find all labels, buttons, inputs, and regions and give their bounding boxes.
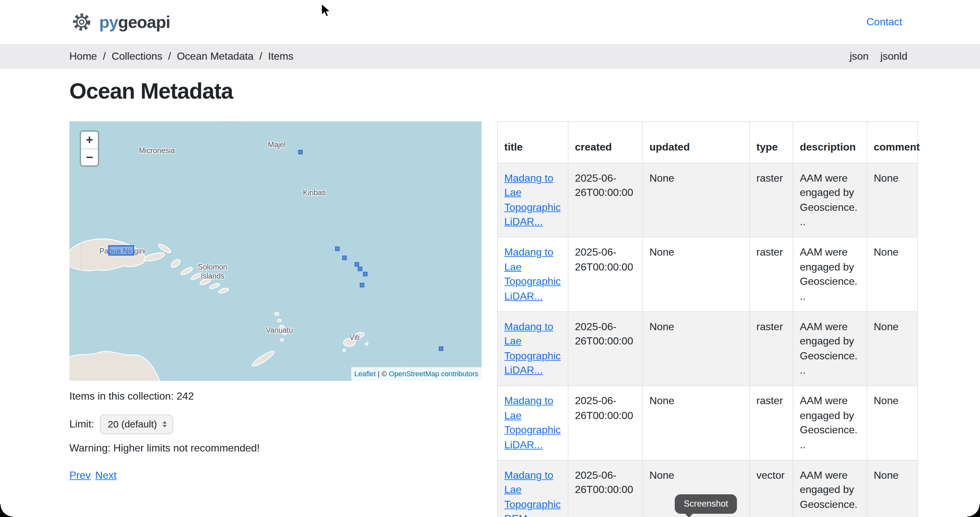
cell-created: 2025-06-26T00:00:00: [568, 238, 643, 312]
cell-comment: None: [867, 386, 918, 460]
map-highlight-box[interactable]: [108, 245, 134, 255]
cell-type: raster: [749, 312, 793, 386]
map-zoom-control: + −: [80, 130, 99, 167]
cell-comment: None: [867, 312, 918, 386]
item-title-link[interactable]: Madang to Lae Topographic LiDAR...: [504, 247, 561, 301]
map-feature-marker[interactable]: [298, 150, 302, 155]
item-title-link[interactable]: Madang to Lae Topographic LiDAR...: [504, 321, 561, 376]
map-feature-marker[interactable]: [439, 347, 443, 351]
table-row: Madang to Lae Topographic LiDAR...2025-0…: [498, 163, 918, 238]
contact-link[interactable]: Contact: [867, 14, 902, 30]
format-links: jsonjsonld: [850, 49, 907, 64]
cell-updated: None: [643, 386, 749, 460]
item-title-link[interactable]: Madang to Lae Topographic LiDAR...: [504, 396, 561, 450]
attribution-copyright: ©: [382, 370, 387, 378]
breadcrumb-separator: /: [259, 49, 262, 64]
cell-type: raster: [749, 386, 793, 460]
map-feature-marker[interactable]: [354, 262, 359, 267]
cell-description: AAM were engaged by Geoscience...: [793, 238, 867, 312]
attribution-separator: |: [377, 370, 380, 378]
table-body: Madang to Lae Topographic LiDAR...2025-0…: [498, 163, 918, 517]
breadcrumb-item-items[interactable]: Items: [268, 49, 293, 64]
next-link[interactable]: Next: [95, 468, 117, 483]
map-feature-marker[interactable]: [342, 256, 347, 260]
cell-created: 2025-06-26T00:00:00: [568, 460, 643, 517]
cell-updated: None: [643, 238, 749, 312]
item-title-link[interactable]: Madang to Lae Topographic LiDAR...: [504, 172, 561, 227]
cell-description: AAM were engaged by Geoscience...: [793, 460, 867, 517]
left-column: MicronesiaMajelKiribatiPapua NiuginiSolo…: [69, 121, 482, 483]
breadcrumb-item-home[interactable]: Home: [69, 49, 97, 64]
browser-page: pygeoapi Contact Home/Collections/Ocean …: [0, 0, 980, 517]
leaflet-link[interactable]: Leaflet: [354, 370, 375, 378]
map-attribution: Leaflet | © OpenStreetMap contributors: [351, 367, 482, 381]
column-header-updated: updated: [643, 121, 749, 163]
leaflet-map[interactable]: MicronesiaMajelKiribatiPapua NiuginiSolo…: [69, 121, 482, 381]
limit-select[interactable]: 20 (default): [100, 415, 173, 434]
cell-created: 2025-06-26T00:00:00: [568, 312, 643, 386]
pygeoapi-logo[interactable]: pygeoapi: [69, 10, 170, 35]
cell-created: 2025-06-26T00:00:00: [568, 163, 643, 238]
breadcrumb-bar: Home/Collections/Ocean Metadata/Items js…: [0, 44, 980, 69]
limit-row: Limit: 20 (default): [69, 415, 482, 434]
items-count-text: Items in this collection: 242: [69, 389, 482, 404]
table-header-row: titlecreatedupdatedtypedescriptioncommen…: [498, 121, 918, 163]
table-row: Madang to Lae Topographic LiDAR...2025-0…: [498, 238, 918, 312]
column-header-description: description: [793, 121, 867, 163]
cell-title: Madang to Lae Topographic LiDAR...: [498, 238, 568, 312]
table-row: Madang to Lae Topographic LiDAR...2025-0…: [498, 386, 918, 460]
breadcrumb-item-ocean-metadata[interactable]: Ocean Metadata: [177, 49, 254, 64]
cell-updated: None: [643, 312, 749, 386]
cell-title: Madang to Lae Topographic LiDAR...: [498, 386, 568, 460]
zoom-in-button[interactable]: +: [81, 132, 98, 148]
page-title: Ocean Metadata: [69, 78, 918, 104]
map-feature-marker[interactable]: [358, 267, 362, 271]
limit-label: Limit:: [69, 416, 94, 432]
cell-comment: None: [867, 238, 918, 312]
logo-text: pygeoapi: [99, 10, 170, 35]
cell-type: raster: [749, 163, 793, 238]
logo-text-py: py: [99, 12, 118, 32]
map-feature-marker[interactable]: [360, 283, 364, 288]
item-title-link[interactable]: Madang to Lae Topographic DEM...: [504, 470, 561, 517]
gear-icon: [69, 10, 94, 34]
pagination: Prev Next: [69, 468, 482, 483]
breadcrumb: Home/Collections/Ocean Metadata/Items: [69, 49, 293, 64]
column-header-title: title: [498, 121, 568, 163]
breadcrumb-separator: /: [103, 49, 106, 64]
cell-title: Madang to Lae Topographic LiDAR...: [498, 312, 568, 386]
items-table: titlecreatedupdatedtypedescriptioncommen…: [497, 121, 918, 517]
cell-comment: None: [867, 460, 918, 517]
breadcrumb-separator: /: [168, 49, 171, 64]
zoom-out-button[interactable]: −: [81, 148, 98, 165]
screenshot-tooltip-label: Screenshot: [684, 499, 728, 509]
cell-updated: None: [643, 163, 749, 238]
map-feature-marker[interactable]: [335, 247, 339, 251]
cell-comment: None: [867, 163, 918, 238]
right-column: titlecreatedupdatedtypedescriptioncommen…: [497, 121, 918, 517]
limit-warning-text: Warning: Higher limits not recommended!: [69, 441, 482, 456]
prev-link[interactable]: Prev: [69, 468, 91, 483]
cell-type: raster: [749, 238, 793, 312]
logo-text-geoapi: geoapi: [118, 12, 170, 32]
cell-description: AAM were engaged by Geoscience...: [793, 312, 867, 386]
table-row: Madang to Lae Topographic LiDAR...2025-0…: [498, 312, 918, 386]
limit-select-value: 20 (default): [108, 417, 157, 432]
osm-link[interactable]: OpenStreetMap contributors: [389, 370, 478, 378]
main-content: Ocean Metadata: [0, 69, 980, 517]
breadcrumb-item-collections[interactable]: Collections: [111, 49, 162, 64]
map-feature-marker[interactable]: [363, 272, 367, 277]
format-link-json[interactable]: json: [850, 49, 869, 64]
cell-description: AAM were engaged by Geoscience...: [793, 386, 867, 460]
cell-title: Madang to Lae Topographic DEM...: [498, 460, 568, 517]
column-header-created: created: [568, 121, 643, 163]
cell-created: 2025-06-26T00:00:00: [568, 386, 643, 460]
column-header-comment: comment: [867, 121, 918, 163]
cell-type: vector: [749, 460, 793, 517]
select-stepper-icon: [163, 421, 167, 428]
site-header: pygeoapi Contact: [0, 0, 980, 44]
format-link-jsonld[interactable]: jsonld: [880, 49, 907, 64]
column-header-type: type: [749, 121, 793, 163]
cell-description: AAM were engaged by Geoscience...: [793, 163, 867, 238]
cell-title: Madang to Lae Topographic LiDAR...: [498, 163, 568, 238]
